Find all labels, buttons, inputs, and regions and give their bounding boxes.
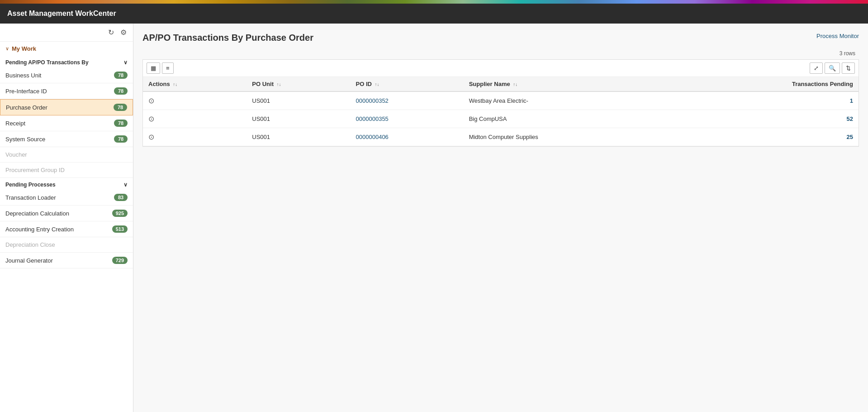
content-area: AP/PO Transactions By Purchase Order Pro…	[133, 24, 868, 412]
sidebar-item-label-business-unit: Business Unit	[5, 72, 41, 79]
table-toolbar: ▦ ≡ ⤢ 🔍 ⇅	[143, 60, 859, 77]
sidebar-item-label-pre-interface-id: Pre-Interface ID	[5, 88, 47, 95]
row2-actions: ⊙	[143, 110, 247, 128]
sidebar-item-depreciation-calculation[interactable]: Depreciation Calculation 925	[0, 206, 133, 221]
col-supplier-name: Supplier Name ↑↓	[464, 77, 672, 91]
sidebar-item-journal-generator[interactable]: Journal Generator 729	[0, 253, 133, 268]
transactions-table: Actions ↑↓ PO Unit ↑↓ PO ID ↑↓ Supplier …	[143, 77, 859, 146]
row2-transactions-count[interactable]: 52	[847, 115, 853, 122]
search-button[interactable]: 🔍	[825, 62, 840, 74]
row1-transactions-count[interactable]: 1	[850, 97, 853, 104]
sidebar-badge-depreciation-calculation: 925	[112, 210, 128, 217]
sidebar-item-procurement-group-id: Procurement Group ID	[0, 163, 133, 178]
row2-supplier-name: Big CompUSA	[464, 110, 672, 128]
sort-icon-actions: ↑↓	[173, 82, 177, 87]
main-container: ↻ ⚙ ∨ My Work Pending AP/PO Transactions…	[0, 24, 868, 412]
pending-ap-po-label: Pending AP/PO Transactions By	[5, 59, 89, 66]
sidebar-item-label-receipt: Receipt	[5, 120, 25, 127]
row3-transactions-count[interactable]: 25	[847, 134, 853, 140]
row3-transactions-pending: 25	[672, 128, 859, 146]
row1-po-id: 0000000352	[351, 91, 464, 110]
row1-po-id-link[interactable]: 0000000352	[356, 97, 389, 104]
pending-processes-label: Pending Processes	[5, 182, 56, 188]
sidebar-item-system-source[interactable]: System Source 78	[0, 131, 133, 147]
process-monitor-link[interactable]: Process Monitor	[816, 33, 859, 39]
sidebar-badge-system-source: 78	[114, 135, 128, 143]
filter-button[interactable]: ≡	[162, 62, 174, 74]
pending-ap-po-header[interactable]: Pending AP/PO Transactions By ∨	[0, 56, 133, 67]
table-container: ▦ ≡ ⤢ 🔍 ⇅ Actions ↑↓ PO Unit ↑	[142, 59, 859, 147]
sort-icon-po-unit: ↑↓	[277, 82, 281, 87]
sidebar-badge-accounting-entry-creation: 513	[112, 225, 128, 233]
table-row: ⊙ US001 0000000352 Westbay Area Electric…	[143, 91, 859, 110]
sort-button[interactable]: ⇅	[842, 62, 855, 74]
row3-po-id-link[interactable]: 0000000406	[356, 134, 389, 140]
row3-actions: ⊙	[143, 128, 247, 146]
sidebar-collapse-toggle[interactable]: ‖	[133, 206, 133, 229]
sidebar-item-label-depreciation-calculation: Depreciation Calculation	[5, 210, 69, 217]
row2-po-unit: US001	[247, 110, 350, 128]
toolbar-right: ⤢ 🔍 ⇅	[810, 62, 855, 74]
sort-icon-supplier-name: ↑↓	[513, 82, 517, 87]
sidebar-item-purchase-order[interactable]: Purchase Order 78	[0, 99, 133, 115]
row2-check-icon[interactable]: ⊙	[148, 115, 154, 123]
sidebar-item-transaction-loader[interactable]: Transaction Loader 83	[0, 190, 133, 206]
sidebar-item-business-unit[interactable]: Business Unit 78	[0, 67, 133, 83]
table-row: ⊙ US001 0000000406 Midton Computer Suppl…	[143, 128, 859, 146]
row2-transactions-pending: 52	[672, 110, 859, 128]
top-decorative-bar	[0, 0, 868, 4]
row1-po-unit: US001	[247, 91, 350, 110]
sort-icon-po-id: ↑↓	[375, 82, 379, 87]
content-header: AP/PO Transactions By Purchase Order Pro…	[142, 33, 859, 43]
sidebar-item-receipt[interactable]: Receipt 78	[0, 115, 133, 131]
pending-ap-po-chevron: ∨	[123, 59, 128, 66]
sidebar-item-voucher: Voucher	[0, 147, 133, 163]
rows-count: 3 rows	[142, 48, 859, 58]
sidebar-item-label-procurement-group-id: Procurement Group ID	[5, 167, 65, 173]
row3-po-unit: US001	[247, 128, 350, 146]
my-work-section[interactable]: ∨ My Work	[0, 42, 133, 56]
pending-processes-header[interactable]: Pending Processes ∨	[0, 178, 133, 190]
sidebar-badge-business-unit: 78	[114, 72, 128, 79]
sidebar-badge-receipt: 78	[114, 120, 128, 127]
app-title: Asset Management WorkCenter	[7, 10, 116, 18]
app-header: Asset Management WorkCenter	[0, 4, 868, 24]
row3-check-icon[interactable]: ⊙	[148, 133, 154, 141]
sidebar-item-label-purchase-order: Purchase Order	[6, 104, 47, 111]
row3-supplier-name: Midton Computer Supplies	[464, 128, 672, 146]
refresh-button[interactable]: ↻	[107, 27, 115, 38]
sidebar: ↻ ⚙ ∨ My Work Pending AP/PO Transactions…	[0, 24, 133, 412]
col-po-id: PO ID ↑↓	[351, 77, 464, 91]
sidebar-badge-pre-interface-id: 78	[114, 87, 128, 95]
sidebar-item-pre-interface-id[interactable]: Pre-Interface ID 78	[0, 83, 133, 99]
row1-transactions-pending: 1	[672, 91, 859, 110]
sidebar-item-depreciation-close: Depreciation Close	[0, 237, 133, 253]
table-header-row: Actions ↑↓ PO Unit ↑↓ PO ID ↑↓ Supplier …	[143, 77, 859, 91]
my-work-label: My Work	[12, 45, 36, 52]
sidebar-item-accounting-entry-creation[interactable]: Accounting Entry Creation 513	[0, 221, 133, 237]
content-title: AP/PO Transactions By Purchase Order	[142, 33, 313, 43]
sidebar-item-label-depreciation-close: Depreciation Close	[5, 241, 55, 248]
col-po-unit: PO Unit ↑↓	[247, 77, 350, 91]
row1-actions: ⊙	[143, 91, 247, 110]
settings-button[interactable]: ⚙	[119, 27, 128, 38]
sidebar-item-label-system-source: System Source	[5, 136, 45, 143]
grid-view-button[interactable]: ▦	[147, 62, 160, 74]
row1-supplier-name: Westbay Area Electric-	[464, 91, 672, 110]
row2-po-id-link[interactable]: 0000000355	[356, 115, 389, 122]
col-transactions-pending: Transactions Pending	[672, 77, 859, 91]
sidebar-item-label-journal-generator: Journal Generator	[5, 257, 53, 264]
sidebar-badge-purchase-order: 78	[114, 104, 127, 111]
row1-check-icon[interactable]: ⊙	[148, 97, 154, 105]
sidebar-item-label-accounting-entry-creation: Accounting Entry Creation	[5, 226, 74, 233]
sidebar-badge-transaction-loader: 83	[114, 194, 128, 201]
sidebar-item-label-voucher: Voucher	[5, 151, 27, 158]
table-row: ⊙ US001 0000000355 Big CompUSA 52	[143, 110, 859, 128]
pending-processes-chevron: ∨	[123, 182, 128, 188]
col-actions: Actions ↑↓	[143, 77, 247, 91]
my-work-chevron: ∨	[5, 46, 9, 52]
table-body: ⊙ US001 0000000352 Westbay Area Electric…	[143, 91, 859, 146]
expand-button[interactable]: ⤢	[810, 62, 823, 74]
sidebar-top-icons: ↻ ⚙	[0, 24, 133, 42]
row2-po-id: 0000000355	[351, 110, 464, 128]
